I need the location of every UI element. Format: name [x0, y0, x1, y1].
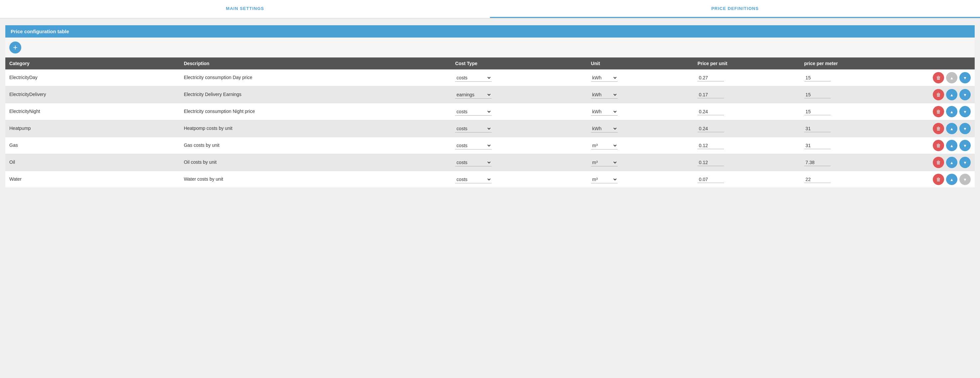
col-header-cost-type: Cost Type — [451, 57, 587, 70]
col-header-description: Description — [180, 57, 451, 70]
cost-type-select[interactable]: costsearnings — [455, 159, 492, 167]
table-header: Category Description Cost Type Unit Pric… — [5, 57, 975, 70]
price-per-meter-input[interactable] — [804, 91, 831, 98]
move-up-button[interactable] — [946, 140, 958, 151]
tab-bar: MAIN SETTINGS PRICE DEFINITIONS — [0, 0, 980, 19]
category-name: ElectricityDay — [9, 75, 176, 81]
section-header: Price configuration table — [5, 25, 975, 38]
price-per-meter-input[interactable] — [804, 75, 831, 81]
cost-type-select[interactable]: costsearnings — [455, 108, 492, 116]
move-down-button — [959, 174, 971, 185]
unit-select[interactable]: kWhm³m²lpcs — [591, 125, 618, 133]
description-text: Heatpomp costs by unit — [184, 125, 447, 132]
move-up-button — [946, 72, 958, 83]
move-down-button[interactable] — [959, 123, 971, 134]
col-header-price-per-meter: price per meter — [800, 57, 907, 70]
move-up-button[interactable] — [946, 106, 958, 117]
delete-button[interactable]: 🗑 — [933, 106, 944, 117]
table-row: ElectricityDeliveryElectricity Delivery … — [5, 86, 975, 103]
category-name: Water — [9, 176, 176, 183]
delete-button[interactable]: 🗑 — [933, 89, 944, 100]
description-text: Electricity consumption Night price — [184, 109, 447, 115]
move-down-button[interactable] — [959, 89, 971, 100]
move-up-button[interactable] — [946, 89, 958, 100]
delete-button[interactable]: 🗑 — [933, 123, 944, 134]
unit-select[interactable]: kWhm³m²lpcs — [591, 74, 618, 82]
action-buttons: 🗑 — [911, 89, 971, 100]
tab-main-settings[interactable]: MAIN SETTINGS — [0, 0, 490, 18]
price-per-unit-input[interactable] — [697, 108, 724, 115]
unit-select[interactable]: kWhm³m²lpcs — [591, 91, 618, 98]
description-text: Electricity consumption Day price — [184, 75, 447, 81]
table-row: ElectricityNightElectricity consumption … — [5, 103, 975, 120]
table-row: OilOil costs by unitcostsearningskWhm³m²… — [5, 154, 975, 171]
delete-button[interactable]: 🗑 — [933, 72, 944, 83]
category-name: Oil — [9, 159, 176, 166]
move-down-button[interactable] — [959, 106, 971, 117]
price-per-unit-input[interactable] — [697, 159, 724, 166]
unit-select[interactable]: kWhm³m²lpcs — [591, 108, 618, 116]
unit-select[interactable]: kWhm³m²lpcs — [591, 159, 618, 167]
price-per-meter-input[interactable] — [804, 108, 831, 115]
description-text: Electricity Delivery Earnings — [184, 92, 447, 98]
col-header-unit: Unit — [587, 57, 694, 70]
move-up-button[interactable] — [946, 123, 958, 134]
move-up-button[interactable] — [946, 157, 958, 168]
move-down-button[interactable] — [959, 72, 971, 83]
table-row: WaterWater costs by unitcostsearningskWh… — [5, 171, 975, 188]
price-per-unit-input[interactable] — [697, 91, 724, 98]
cost-type-select[interactable]: costsearnings — [455, 91, 492, 98]
table-row: ElectricityDayElectricity consumption Da… — [5, 70, 975, 86]
table-row: GasGas costs by unitcostsearningskWhm³m²… — [5, 137, 975, 154]
category-name: ElectricityNight — [9, 109, 176, 115]
add-row-button[interactable]: + — [9, 41, 21, 54]
cost-type-select[interactable]: costsearnings — [455, 125, 492, 133]
section-title: Price configuration table — [11, 29, 69, 34]
action-buttons: 🗑 — [911, 72, 971, 83]
unit-select[interactable]: kWhm³m²lpcs — [591, 142, 618, 149]
move-up-button[interactable] — [946, 174, 958, 185]
price-per-meter-input[interactable] — [804, 176, 831, 183]
tab-price-definitions[interactable]: PRICE DEFINITIONS — [490, 0, 980, 18]
price-config-table: Category Description Cost Type Unit Pric… — [5, 57, 975, 188]
cost-type-select[interactable]: costsearnings — [455, 176, 492, 183]
move-down-button[interactable] — [959, 140, 971, 151]
unit-select[interactable]: kWhm³m²lpcs — [591, 176, 618, 183]
col-header-category: Category — [5, 57, 180, 70]
price-per-unit-input[interactable] — [697, 176, 724, 183]
add-button-row: + — [5, 38, 975, 57]
delete-button[interactable]: 🗑 — [933, 174, 944, 185]
table-body: ElectricityDayElectricity consumption Da… — [5, 70, 975, 188]
action-buttons: 🗑 — [911, 123, 971, 134]
price-per-unit-input[interactable] — [697, 125, 724, 132]
action-buttons: 🗑 — [911, 174, 971, 185]
category-name: ElectricityDelivery — [9, 92, 176, 98]
col-header-actions — [907, 57, 975, 70]
delete-button[interactable]: 🗑 — [933, 140, 944, 151]
price-per-unit-input[interactable] — [697, 142, 724, 149]
price-per-unit-input[interactable] — [697, 75, 724, 81]
price-per-meter-input[interactable] — [804, 142, 831, 149]
table-row: HeatpumpHeatpomp costs by unitcostsearni… — [5, 120, 975, 137]
description-text: Gas costs by unit — [184, 143, 447, 149]
price-per-meter-input[interactable] — [804, 159, 831, 166]
category-name: Gas — [9, 143, 176, 149]
description-text: Water costs by unit — [184, 176, 447, 183]
cost-type-select[interactable]: costsearnings — [455, 74, 492, 82]
category-name: Heatpump — [9, 125, 176, 132]
action-buttons: 🗑 — [911, 140, 971, 151]
price-per-meter-input[interactable] — [804, 125, 831, 132]
cost-type-select[interactable]: costsearnings — [455, 142, 492, 149]
main-content: Price configuration table + Category Des… — [0, 19, 980, 195]
col-header-price-per-unit: Price per unit — [694, 57, 800, 70]
action-buttons: 🗑 — [911, 106, 971, 117]
description-text: Oil costs by unit — [184, 159, 447, 166]
delete-button[interactable]: 🗑 — [933, 157, 944, 168]
action-buttons: 🗑 — [911, 157, 971, 168]
move-down-button[interactable] — [959, 157, 971, 168]
